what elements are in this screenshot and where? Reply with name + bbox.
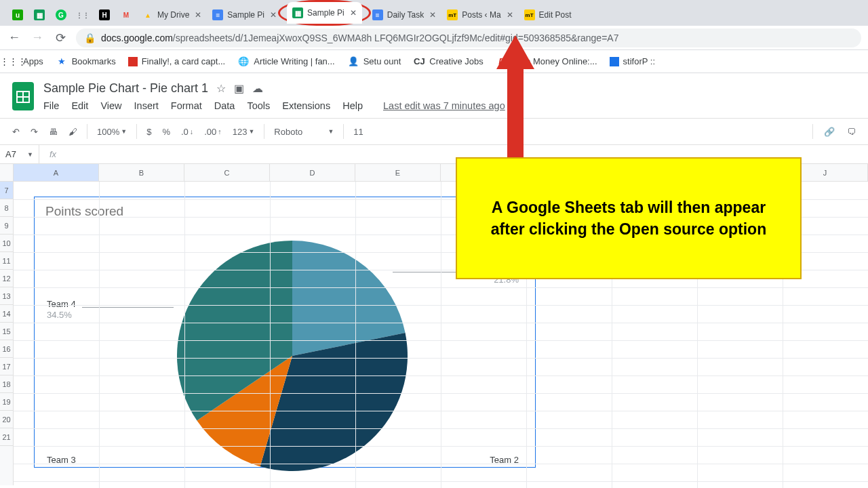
tab-my-drive[interactable]: ▲My Drive✕ [137,4,207,26]
cloud-icon[interactable]: ☁ [252,82,263,95]
font-select[interactable]: Roboto ▼ [270,124,338,140]
bookmark-setup[interactable]: 👤Setu ount [347,56,401,68]
column-header[interactable]: D [270,164,355,181]
menu-edit[interactable]: Edit [71,100,88,111]
column-header[interactable]: C [184,164,270,181]
row-header[interactable]: 19 [0,393,13,411]
percent-button[interactable]: % [158,124,174,140]
row-header[interactable]: 13 [0,287,13,305]
chevron-down-icon: ▼ [121,128,127,135]
menu-file[interactable]: File [43,100,59,111]
leader-line [82,307,174,308]
star-icon[interactable]: ☆ [216,82,226,95]
link-button[interactable]: 🔗 [820,124,839,140]
column-header[interactable]: B [99,164,184,181]
column-header[interactable]: E [355,164,441,181]
row-header[interactable]: 9 [0,217,13,235]
row-header[interactable]: 10 [0,235,13,252]
row-header[interactable]: 17 [0,358,13,375]
bookmark-finally[interactable]: Finally!, a card capt... [128,56,226,66]
number-format-button[interactable]: 123 ▼ [229,124,259,140]
globe-icon: 🌐 [237,56,250,68]
tab-edit-post[interactable]: mTEdit Post [519,4,577,26]
menu-bar: File Edit View Insert Format Data Tools … [43,100,859,111]
avatar-icon: 👤 [347,56,359,68]
row-header[interactable]: 14 [0,305,13,323]
row-header[interactable]: 12 [0,270,13,287]
reload-button[interactable]: ⟳ [53,30,68,45]
sheets-logo-icon[interactable] [9,79,37,114]
forward-button[interactable]: → [30,30,45,45]
close-icon[interactable]: ✕ [429,10,436,20]
column-header[interactable]: A [14,164,99,181]
tab-upwork[interactable]: u [7,4,28,26]
tab-gmail[interactable]: M [115,4,137,26]
toolbar: ↶ ↷ 🖶 🖌 100% ▼ $ % .0↓ .00↑ 123 ▼ Roboto… [0,118,868,145]
last-edit-text[interactable]: Last edit was 7 minutes ago [383,100,505,111]
blue-icon [610,57,619,66]
menu-extensions[interactable]: Extensions [282,100,330,111]
menu-tools[interactable]: Tools [247,100,270,111]
zoom-select[interactable]: 100% ▼ [93,124,131,140]
redo-button[interactable]: ↷ [26,124,42,140]
tab-h[interactable]: H [94,4,115,26]
bookmark-stiforp[interactable]: stiforP :: [610,56,655,66]
row-header[interactable]: 15 [0,323,13,340]
tab-sample-docs[interactable]: ≡Sample Pi✕ [207,4,282,26]
paint-format-button[interactable]: 🖌 [64,124,81,140]
url-input[interactable]: 🔒 docs.google.com/spreadsheets/d/1Jemeaj… [76,28,861,47]
menu-data[interactable]: Data [214,100,235,111]
site-icon [128,57,138,66]
apps-icon: ⋮⋮⋮ [7,56,19,68]
increase-decimal-button[interactable]: .00↑ [200,124,226,140]
bookmark-apps[interactable]: ⋮⋮⋮Apps [7,56,43,68]
bookmark-creative[interactable]: CJCreative Jobs [413,56,483,68]
chevron-down-icon: ▼ [27,151,33,158]
tab-posts[interactable]: mTPosts ‹ Ma✕ [441,4,518,26]
menu-insert[interactable]: Insert [134,100,159,111]
menu-help[interactable]: Help [342,100,363,111]
tab-sheets-blank[interactable]: ▦ [28,4,50,26]
currency-button[interactable]: $ [142,124,155,140]
bookmarks-bar: ⋮⋮⋮Apps ★Bookmarks Finally!, a card capt… [0,50,868,73]
bookmark-bookmarks[interactable]: ★Bookmarks [56,56,116,68]
tab-daily-task[interactable]: ≡Daily Task✕ [367,4,441,26]
row-header[interactable]: 20 [0,411,13,428]
cj-icon: CJ [413,56,425,68]
name-box[interactable]: A7▼ [0,145,39,163]
annotation-callout: A Google Sheets tab will then appear aft… [456,157,802,279]
menu-view[interactable]: View [100,100,121,111]
d-icon: D [496,56,508,68]
tab-sample-sheets-active[interactable]: ▦Sample Pi✕ [287,2,362,24]
close-icon[interactable]: ✕ [350,8,357,18]
tab-grammarly[interactable]: G [50,4,72,26]
font-size-select[interactable]: 11 [349,124,367,140]
pie-graphic [177,241,408,471]
row-header[interactable]: 11 [0,252,13,270]
row-header[interactable]: 18 [0,375,13,393]
decrease-decimal-button[interactable]: .0↓ [177,124,197,140]
bookmark-earn[interactable]: DEarn Money Online:... [496,56,597,68]
move-icon[interactable]: ▣ [234,82,244,95]
tab-gray[interactable]: ⋮⋮ [72,4,94,26]
bookmark-article[interactable]: 🌐Article Writing | fan... [237,56,334,68]
back-button[interactable]: ← [7,30,22,45]
lock-icon: 🔒 [84,33,96,43]
row-header[interactable]: 8 [0,199,13,217]
close-icon[interactable]: ✕ [507,10,513,20]
label-team4: Team 4 34.5% [47,299,76,321]
print-button[interactable]: 🖶 [45,124,62,140]
close-icon[interactable]: ✕ [195,10,201,20]
comment-button[interactable]: 🗨 [843,124,860,140]
fx-label: fx [39,149,66,159]
close-icon[interactable]: ✕ [270,10,277,20]
row-header[interactable]: 7 [0,182,13,199]
row-header[interactable]: 21 [0,428,13,446]
chevron-down-icon: ▼ [328,128,334,135]
menu-format[interactable]: Format [171,100,202,111]
undo-button[interactable]: ↶ [8,124,24,140]
star-icon: ★ [56,56,68,68]
row-header[interactable]: 16 [0,340,13,358]
document-title[interactable]: Sample Pie Chart - Pie chart 1 [43,81,208,96]
row-headers: 789101112131415161718192021 [0,164,14,485]
